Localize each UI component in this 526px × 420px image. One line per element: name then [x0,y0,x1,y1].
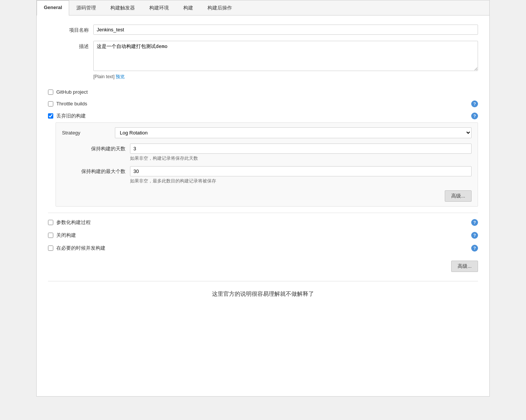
disable-build-help-icon[interactable]: ? [471,232,478,239]
github-project-row: GitHub project [48,86,478,98]
max-builds-input[interactable] [130,166,472,176]
strategy-label: Strategy [62,130,115,136]
description-control: 这是一个自动构建打包测试demo [Plain text] 预览 [93,41,478,80]
max-builds-hint: 如果非空，最多此数目的构建记录将被保存 [130,178,472,184]
parameterized-checkbox[interactable] [48,220,53,225]
description-row: 描述 这是一个自动构建打包测试demo [Plain text] 预览 [48,41,478,80]
days-to-keep-control: 如果非空，构建记录将保存此天数 [130,144,472,162]
parameterized-row: 参数化构建过程 ? [48,216,478,229]
strategy-section: Strategy Log Rotation Never delete build… [56,122,478,207]
parameterized-help-icon[interactable]: ? [471,219,478,226]
disable-build-label: 关闭构建 [56,232,76,239]
github-project-label: GitHub project [56,89,88,95]
disable-build-row: 关闭构建 ? [48,229,478,242]
strategy-select[interactable]: Log Rotation Never delete builds [115,127,472,138]
bottom-text: 这里官方的说明很容易理解就不做解释了 [37,281,489,302]
main-content: 项目名称 描述 这是一个自动构建打包测试demo [Plain text] 预览… [37,15,489,281]
tab-bar: General 源码管理 构建触发器 构建环境 构建 构建后操作 [37,0,489,15]
tab-build[interactable]: 构建 [176,0,200,15]
discard-old-label: 丢弃旧的构建 [56,113,86,119]
concurrent-build-help-icon[interactable]: ? [471,245,478,252]
advanced-button-2[interactable]: 高级... [451,261,478,272]
throttle-builds-label: Throttle builds [56,101,87,107]
tab-build-triggers[interactable]: 构建触发器 [103,0,142,15]
tab-build-environment[interactable]: 构建环境 [142,0,176,15]
plain-text-hint: [Plain text] 预览 [93,74,478,80]
discard-old-row: 丢弃旧的构建 ? [48,110,478,122]
disable-build-checkbox[interactable] [48,233,53,238]
parameterized-label: 参数化构建过程 [56,219,91,226]
throttle-builds-checkbox[interactable] [48,101,53,107]
max-builds-row: 保持构建的最大个数 如果非空，最多此数目的构建记录将被保存 [62,166,472,184]
strategy-row: Strategy Log Rotation Never delete build… [62,127,472,138]
description-textarea[interactable]: 这是一个自动构建打包测试demo [93,41,478,71]
concurrent-build-checkbox[interactable] [48,246,53,251]
project-name-row: 项目名称 [48,25,478,35]
days-to-keep-row: 保持构建的天数 如果非空，构建记录将保存此天数 [62,144,472,162]
advanced-button-1[interactable]: 高级... [445,190,472,202]
max-builds-control: 如果非空，最多此数目的构建记录将被保存 [130,166,472,184]
throttle-builds-help-icon[interactable]: ? [471,100,478,107]
tab-source-management[interactable]: 源码管理 [69,0,103,15]
max-builds-label: 保持构建的最大个数 [62,166,130,175]
project-name-input[interactable] [93,25,478,35]
throttle-builds-row: Throttle builds ? [48,98,478,110]
github-project-checkbox[interactable] [48,90,53,95]
divider-1 [48,213,478,213]
project-name-control [93,25,478,35]
discard-old-checkbox[interactable] [48,113,53,119]
discard-old-help-icon[interactable]: ? [471,113,478,119]
concurrent-build-row: 在必要的时候并发构建 ? [48,242,478,255]
preview-link[interactable]: 预览 [116,74,125,79]
project-name-label: 项目名称 [48,25,93,34]
days-to-keep-input[interactable] [130,144,472,154]
description-label: 描述 [48,41,93,50]
concurrent-build-label: 在必要的时候并发构建 [56,245,105,252]
days-to-keep-label: 保持构建的天数 [62,144,130,152]
tab-general[interactable]: General [37,0,69,15]
tab-post-build[interactable]: 构建后操作 [200,0,239,15]
days-to-keep-hint: 如果非空，构建记录将保存此天数 [130,155,472,162]
